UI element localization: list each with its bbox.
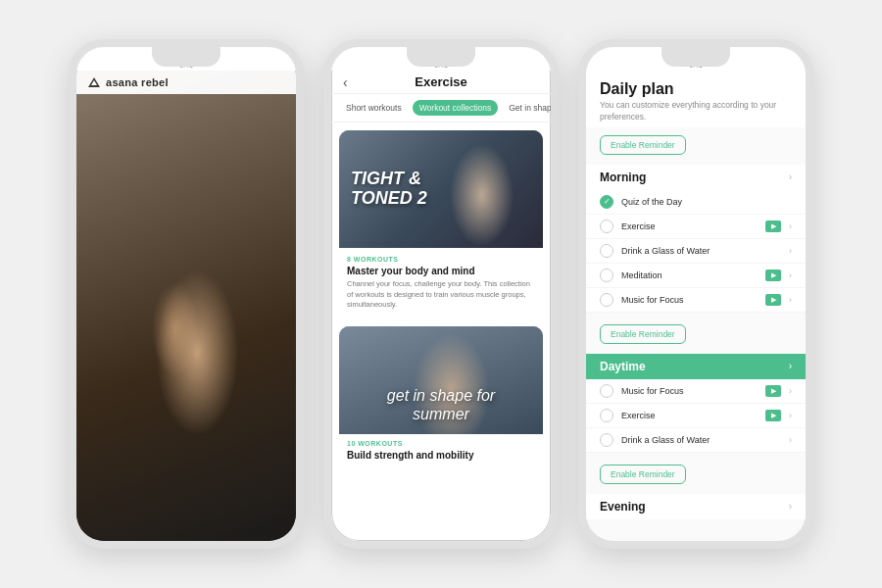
morning-section-header[interactable]: Morning › — [586, 165, 806, 190]
evening-chevron-icon: › — [789, 501, 792, 512]
spacer-2 — [586, 453, 806, 457]
daytime-reminder-button[interactable]: Enable Reminder — [600, 324, 686, 344]
workout-desc-2: 10 WORKOUTS Build strength and mobility — [339, 434, 543, 467]
item-check-water[interactable] — [600, 244, 613, 258]
item-arrow-music-daytime: › — [789, 386, 792, 396]
item-label-exercise: Exercise — [621, 221, 758, 231]
morning-reminder-button[interactable]: Enable Reminder — [600, 135, 686, 155]
morning-section-title: Morning — [600, 171, 646, 184]
phone-1: 9:41 asana rebel — [69, 39, 304, 549]
daytime-section-header[interactable]: Daytime › — [586, 354, 806, 379]
workout-badge-2: 10 WORKOUTS — [347, 440, 535, 447]
tab-get-in-shape[interactable]: Get in shape — [502, 100, 551, 116]
item-check-quiz[interactable]: ✓ — [600, 195, 613, 209]
app-logo-text: asana rebel — [106, 76, 169, 88]
workout-body-1: Channel your focus, challenge your body.… — [347, 279, 535, 311]
item-arrow-water: › — [789, 246, 792, 256]
item-label-meditation: Meditation — [621, 270, 758, 280]
tab-bar: Short workouts Workout collections Get i… — [331, 94, 551, 122]
item-music-daytime: Music for Focus ▶ › — [586, 379, 806, 404]
workout-title-1: Master your body and mind — [347, 266, 535, 276]
phone-3-content: Daily plan You can customize everything … — [586, 71, 806, 541]
hero-image — [76, 71, 296, 541]
badge-icon-5: ▶ — [771, 412, 776, 419]
item-label-water: Drink a Glass of Water — [621, 246, 781, 256]
item-meditation-morning: Meditation ▶ › — [586, 264, 806, 288]
phone-2-content: TIGHT &TONED 2 8 WORKOUTS Master your bo… — [331, 122, 551, 541]
item-drink-water-morning: Drink a Glass of Water › — [586, 239, 806, 264]
morning-chevron-icon: › — [789, 172, 792, 182]
item-badge-music-daytime: ▶ — [765, 385, 781, 397]
item-exercise-morning: Exercise ▶ › — [586, 215, 806, 239]
item-badge-music: ▶ — [765, 294, 781, 306]
workout-image-1: TIGHT &TONED 2 — [339, 130, 543, 248]
item-water-daytime: Drink a Glass of Water › — [586, 428, 806, 453]
screen-title: Exercise — [415, 74, 467, 89]
item-badge-exercise-daytime: ▶ — [765, 410, 781, 421]
badge-icon-2: ▶ — [771, 271, 776, 279]
phone-2-header: ‹ Exercise — [331, 71, 551, 94]
workout-card-1[interactable]: TIGHT &TONED 2 8 WORKOUTS Master your bo… — [339, 130, 543, 318]
evening-reminder-button[interactable]: Enable Reminder — [600, 465, 686, 484]
item-check-exercise-daytime[interactable] — [600, 409, 613, 422]
phone-1-bg — [76, 71, 296, 541]
phone-2-notch — [407, 47, 475, 67]
back-button[interactable]: ‹ — [343, 74, 348, 90]
logo-icon — [88, 77, 100, 87]
workout-overlay-text-2: get in shape forsummer — [387, 386, 495, 423]
item-arrow-water-daytime: › — [789, 435, 792, 445]
item-check-water-daytime[interactable] — [600, 433, 613, 447]
workout-title-2: Build strength and mobility — [347, 450, 535, 461]
phone-1-notch — [152, 47, 220, 67]
item-badge-meditation: ▶ — [765, 270, 781, 281]
phone-2: 9:41 ‹ Exercise Short workouts Workout c… — [323, 39, 559, 549]
item-label-exercise-daytime: Exercise — [621, 411, 758, 420]
item-exercise-daytime: Exercise ▶ › — [586, 404, 806, 428]
item-check-music-daytime[interactable] — [600, 384, 613, 398]
item-arrow-music: › — [789, 295, 792, 305]
item-label-water-daytime: Drink a Glass of Water — [621, 435, 781, 445]
daytime-chevron-icon: › — [789, 361, 792, 371]
workout-overlay-text-1: TIGHT &TONED 2 — [351, 170, 427, 209]
evening-section-title: Evening — [600, 500, 646, 514]
item-arrow-exercise: › — [789, 221, 792, 231]
workout-image-2: get in shape forsummer — [339, 326, 543, 434]
item-quiz-of-day: ✓ Quiz of the Day — [586, 190, 806, 215]
item-arrow-exercise-daytime: › — [789, 411, 792, 420]
phone-1-content: asana rebel — [76, 71, 296, 541]
tab-short-workouts[interactable]: Short workouts — [339, 100, 409, 116]
item-check-music[interactable] — [600, 293, 613, 307]
item-label-music: Music for Focus — [621, 295, 758, 305]
daytime-section-title: Daytime — [600, 360, 646, 373]
badge-icon: ▶ — [771, 222, 776, 230]
phone-1-header: asana rebel — [76, 71, 296, 94]
badge-icon-3: ▶ — [771, 296, 776, 304]
tab-workout-collections[interactable]: Workout collections — [413, 100, 499, 116]
daily-plan-header: Daily plan You can customize everything … — [586, 71, 806, 127]
item-label-quiz: Quiz of the Day — [621, 197, 792, 207]
evening-section-header[interactable]: Evening › — [586, 494, 806, 519]
badge-icon-4: ▶ — [771, 387, 776, 395]
daily-plan-title: Daily plan — [600, 80, 792, 98]
workout-card-2[interactable]: get in shape forsummer 10 WORKOUTS Build… — [339, 326, 543, 467]
item-badge-exercise: ▶ — [765, 220, 781, 232]
item-music-morning: Music for Focus ▶ › — [586, 288, 806, 313]
phone-3-notch — [662, 47, 730, 67]
item-arrow-meditation: › — [789, 270, 792, 280]
workout-desc-1: 8 WORKOUTS Master your body and mind Cha… — [339, 248, 543, 318]
item-label-music-daytime: Music for Focus — [621, 386, 758, 396]
item-check-meditation[interactable] — [600, 269, 613, 282]
phone-3: 9:41 Daily plan You can customize everyt… — [578, 39, 813, 549]
workout-badge-1: 8 WORKOUTS — [347, 256, 535, 263]
item-check-exercise[interactable] — [600, 220, 613, 233]
daily-plan-subtitle: You can customize everything according t… — [600, 100, 792, 123]
spacer-1 — [586, 313, 806, 317]
